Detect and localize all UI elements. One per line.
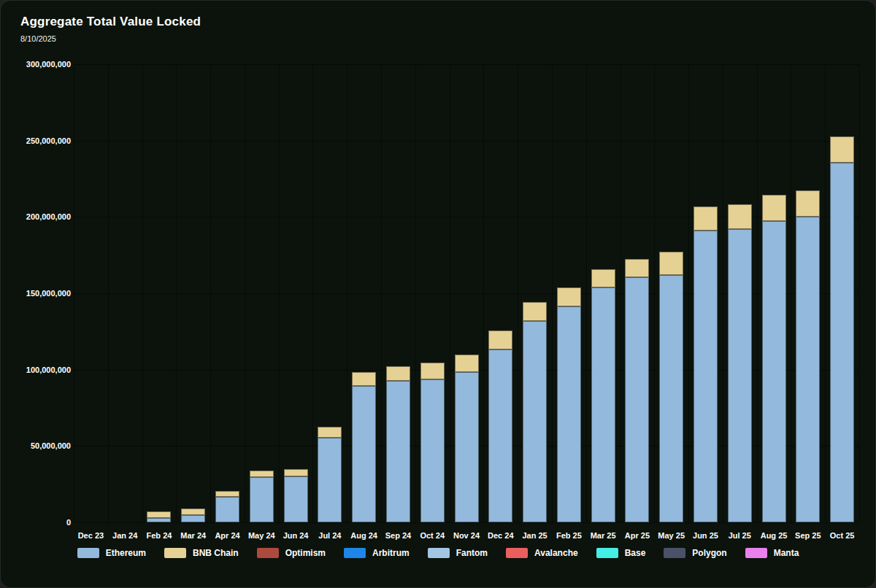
bar-segment-bnb-chain [420,363,445,379]
bar-segment-bnb-chain [352,372,376,386]
grid-line-vertical [825,64,826,522]
y-axis-tick-label: 250,000,000 [12,136,71,146]
bar-segment-ethereum [659,275,683,522]
grid-line-vertical [757,64,758,522]
legend-label: Fantom [456,548,488,558]
grid-line-vertical [518,64,518,522]
bar-segment-ethereum [625,277,649,522]
bar-segment-ethereum [694,231,718,522]
legend-label: Polygon [692,548,726,558]
grid-line-vertical [552,64,553,522]
bar-segment-bnb-chain [830,136,854,163]
grid-line-vertical [176,64,177,522]
legend-label: Manta [774,548,799,558]
tvl-chart-card: Aggregate Total Value Locked 8/10/2025 E… [0,0,876,588]
bar-segment-ethereum [488,349,512,522]
chart-date: 8/10/2025 [20,34,56,43]
legend-swatch-base [596,548,618,558]
y-axis-tick-label: 100,000,000 [12,365,71,375]
grid-line-vertical [108,64,109,522]
legend-item-optimism[interactable]: Optimism [257,548,326,558]
grid-line-vertical [450,64,450,522]
legend-item-avalanche[interactable]: Avalanche [506,548,578,558]
legend-item-fantom[interactable]: Fantom [428,548,488,558]
legend-item-polygon[interactable]: Polygon [664,548,726,558]
bar-segment-ethereum [284,476,308,522]
grid-line-vertical [859,64,860,522]
legend-swatch-bnb-chain [164,548,186,558]
grid-line-horizontal [74,64,859,65]
bar-segment-bnb-chain [659,252,683,274]
x-axis-tick-label: Oct 25 [822,530,863,541]
bar-segment-ethereum [523,321,547,522]
grid-line-vertical [142,64,143,522]
bar-segment-bnb-chain [147,511,171,517]
bar-segment-ethereum [796,217,820,522]
legend-item-base[interactable]: Base [596,548,646,558]
bar-segment-ethereum [762,221,786,522]
legend-swatch-fantom [428,548,450,558]
bar-segment-ethereum [181,515,205,522]
grid-line-vertical [791,64,791,522]
y-axis-tick-label: 300,000,000 [12,59,71,69]
grid-line-vertical [586,64,587,522]
grid-line-vertical [723,64,723,522]
chart-legend: EthereumBNB ChainOptimismArbitrumFantomA… [1,548,875,558]
bar-segment-ethereum [728,229,752,522]
bar-segment-ethereum [147,518,171,522]
bar-segment-bnb-chain [591,269,615,287]
legend-swatch-optimism [257,548,279,558]
grid-line-horizontal [74,141,859,142]
bar-segment-bnb-chain [694,206,718,231]
legend-swatch-ethereum [77,548,99,558]
bar-segment-bnb-chain [284,469,308,476]
y-axis-tick-label: 50,000,000 [12,441,71,451]
bar-segment-bnb-chain [455,355,479,372]
y-axis-tick-label: 0 [12,517,71,527]
bar-segment-ethereum [591,287,615,522]
legend-item-arbitrum[interactable]: Arbitrum [344,548,410,558]
bar-segment-bnb-chain [728,204,752,230]
bar-segment-ethereum [215,497,239,522]
legend-item-bnb-chain[interactable]: BNB Chain [164,548,239,558]
legend-item-ethereum[interactable]: Ethereum [77,548,146,558]
bar-segment-bnb-chain [796,190,820,217]
bar-segment-bnb-chain [181,508,205,514]
bar-segment-ethereum [830,163,854,522]
legend-label: BNB Chain [193,548,239,558]
grid-line-vertical [279,64,280,522]
legend-label: Arbitrum [372,548,410,558]
bar-segment-bnb-chain [318,427,342,438]
page-title: Aggregate Total Value Locked [20,15,201,29]
legend-label: Ethereum [106,548,146,558]
bar-segment-bnb-chain [386,366,410,381]
legend-item-manta[interactable]: Manta [745,548,799,558]
bar-segment-ethereum [557,306,581,522]
bar-segment-ethereum [318,438,342,522]
y-axis-tick-label: 200,000,000 [12,212,71,222]
grid-line-vertical [688,64,689,522]
bar-segment-bnb-chain [523,302,547,321]
bar-segment-bnb-chain [557,287,581,306]
grid-line-vertical [483,64,484,522]
bar-segment-bnb-chain [215,491,239,497]
grid-line-vertical [381,64,382,522]
grid-line-vertical [620,64,621,522]
legend-label: Optimism [285,548,326,558]
bar-segment-ethereum [455,372,479,522]
bar-segment-bnb-chain [625,259,649,277]
legend-swatch-polygon [664,548,685,558]
grid-line-vertical [312,64,313,522]
bar-segment-bnb-chain [762,195,786,221]
legend-label: Avalanche [534,548,578,558]
grid-line-vertical [210,64,211,522]
bar-segment-ethereum [250,477,274,522]
grid-line-vertical [74,64,74,522]
legend-label: Base [625,548,646,558]
grid-line-vertical [245,64,245,522]
bar-segment-ethereum [420,379,445,522]
bar-segment-bnb-chain [488,330,512,349]
grid-line-vertical [415,64,416,522]
y-axis-tick-label: 150,000,000 [12,288,71,298]
legend-swatch-avalanche [506,548,528,558]
